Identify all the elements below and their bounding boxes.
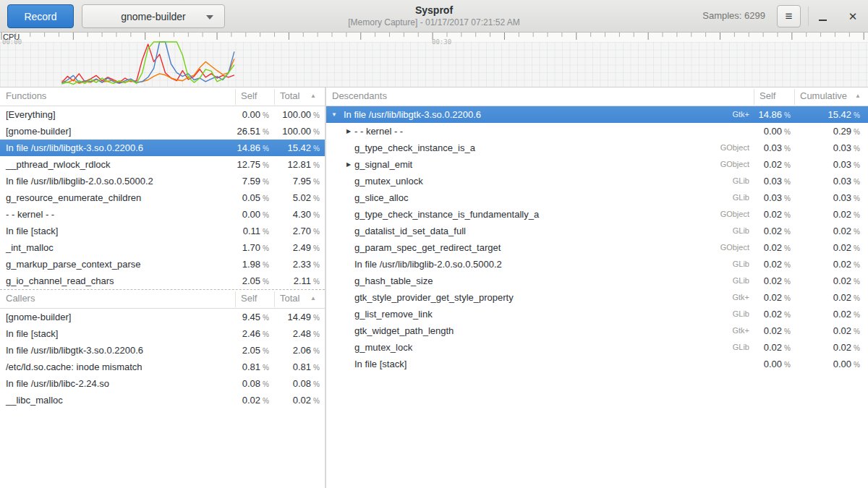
table-row[interactable]: In file [stack]0.11%2.70% bbox=[0, 223, 325, 239]
table-row[interactable]: [gnome-builder]9.45%14.49% bbox=[0, 309, 325, 325]
self-percent-value: 1.70 bbox=[242, 242, 260, 253]
self-percent: 0.08% bbox=[217, 375, 269, 393]
tree-row[interactable]: g_mutex_lockGLib0.02%0.02% bbox=[326, 339, 868, 356]
cumulative-column-title[interactable]: Cumulative bbox=[800, 90, 847, 101]
cumulative-percent: 0.02% bbox=[808, 339, 860, 356]
sort-ascending-icon: ▲ bbox=[855, 93, 861, 99]
percent-sign: % bbox=[313, 397, 320, 405]
tree-row[interactable]: g_datalist_id_set_data_fullGLib0.02%0.02… bbox=[326, 223, 868, 239]
self-percent-value: 0.00 bbox=[764, 359, 782, 369]
tree-row[interactable]: gtk_widget_path_lengthGtk+0.02%0.02% bbox=[326, 322, 868, 339]
tree-row[interactable]: ▶g_signal_emitGObject0.02%0.03% bbox=[326, 156, 868, 173]
column-separator[interactable] bbox=[235, 89, 236, 105]
tree-row[interactable]: In file [stack]0.00%0.00% bbox=[326, 356, 868, 372]
tree-row[interactable]: In file /usr/lib/libglib-2.0.so.0.5000.2… bbox=[326, 256, 868, 273]
self-percent: 2.05% bbox=[217, 273, 269, 290]
self-percent: 0.00% bbox=[217, 206, 269, 223]
column-separator[interactable] bbox=[235, 291, 236, 307]
function-name: In file /usr/lib/libglib-2.0.so.0.5000.2 bbox=[326, 256, 673, 273]
percent-sign: % bbox=[313, 178, 320, 186]
table-row[interactable]: __libc_malloc0.02%0.02% bbox=[0, 392, 325, 408]
column-separator[interactable] bbox=[274, 89, 275, 105]
function-name: In file [stack] bbox=[0, 325, 220, 342]
table-row[interactable]: /etc/ld.so.cache: inode mismatch0.81%0.8… bbox=[0, 359, 325, 375]
tree-row[interactable]: g_type_check_instance_is_fundamentally_a… bbox=[326, 206, 868, 223]
table-row[interactable]: - - kernel - -0.00%4.30% bbox=[0, 206, 325, 223]
table-row[interactable]: [gnome-builder]26.51%100.00% bbox=[0, 123, 325, 140]
callers-column-title[interactable]: Callers bbox=[6, 293, 35, 304]
total-percent: 7.95% bbox=[268, 173, 320, 190]
total-column-title[interactable]: Total bbox=[280, 90, 299, 101]
total-percent-value: 2.33 bbox=[293, 259, 311, 270]
total-percent: 100.00% bbox=[268, 106, 320, 124]
minimize-button[interactable] bbox=[812, 5, 833, 27]
table-row[interactable]: In file [stack]2.46%2.48% bbox=[0, 325, 325, 342]
self-percent-value: 14.86 bbox=[759, 109, 783, 120]
percent-sign: % bbox=[784, 344, 791, 352]
tree-row[interactable]: g_hash_table_sizeGLib0.02%0.02% bbox=[326, 273, 868, 289]
tree-row[interactable]: ▶- - kernel - -0.00%0.29% bbox=[326, 123, 868, 140]
minimize-icon bbox=[819, 20, 827, 21]
self-percent-value: 0.11 bbox=[243, 226, 260, 236]
tree-row[interactable]: g_param_spec_get_redirect_targetGObject0… bbox=[326, 239, 868, 256]
self-percent-value: 0.02 bbox=[764, 226, 782, 236]
self-column-title[interactable]: Self bbox=[241, 90, 257, 101]
percent-sign: % bbox=[854, 261, 860, 269]
table-row[interactable]: g_io_channel_read_chars2.05%2.11% bbox=[0, 273, 325, 289]
menu-button[interactable]: ≡ bbox=[777, 5, 801, 27]
tree-row[interactable]: ▼In file /usr/lib/libgtk-3.so.0.2200.6Gt… bbox=[326, 106, 868, 123]
column-separator[interactable] bbox=[754, 89, 754, 105]
tree-row[interactable]: g_list_remove_linkGLib0.02%0.02% bbox=[326, 306, 868, 322]
percent-sign: % bbox=[854, 344, 860, 352]
tree-row[interactable]: g_type_check_instance_is_aGObject0.03%0.… bbox=[326, 140, 868, 156]
self-column-title[interactable]: Self bbox=[241, 293, 257, 304]
table-row[interactable]: In file /usr/lib/libgtk-3.so.0.2200.62.0… bbox=[0, 342, 325, 359]
table-row[interactable]: In file /usr/lib/libc-2.24.so0.08%0.08% bbox=[0, 375, 325, 392]
column-separator[interactable] bbox=[794, 89, 795, 105]
table-row[interactable]: g_resource_enumerate_children0.05%5.02% bbox=[0, 189, 325, 206]
descendants-column-title[interactable]: Descendants bbox=[332, 90, 387, 101]
library-badge: GLib bbox=[673, 189, 749, 206]
table-row[interactable]: __pthread_rwlock_rdlock12.75%12.81% bbox=[0, 156, 325, 173]
record-button[interactable]: Record bbox=[7, 4, 74, 28]
callers-section: Callers Self Total ▲ [gnome-builder]9.45… bbox=[0, 289, 325, 408]
total-percent-value: 12.81 bbox=[288, 159, 312, 170]
tree-row[interactable]: g_mutex_unlockGLib0.03%0.03% bbox=[326, 173, 868, 189]
close-icon: ✕ bbox=[848, 10, 858, 23]
percent-sign: % bbox=[784, 128, 791, 136]
function-name: /etc/ld.so.cache: inode mismatch bbox=[0, 359, 220, 375]
percent-sign: % bbox=[784, 244, 791, 252]
functions-column-title[interactable]: Functions bbox=[6, 90, 46, 101]
cumulative-percent-value: 0.02 bbox=[833, 292, 851, 303]
self-percent: 0.02% bbox=[753, 306, 791, 323]
table-row[interactable]: In file /usr/lib/libgtk-3.so.0.2200.614.… bbox=[0, 140, 325, 156]
library-badge: Gtk+ bbox=[673, 322, 749, 339]
self-percent-value: 0.02 bbox=[764, 242, 782, 253]
function-name: In file /usr/lib/libgtk-3.so.0.2200.6 bbox=[326, 106, 673, 123]
column-separator[interactable] bbox=[274, 291, 275, 307]
cpu-graph-area[interactable]: CPU 00:00 00:30 bbox=[0, 33, 868, 87]
self-percent: 0.02% bbox=[753, 156, 791, 174]
percent-sign: % bbox=[784, 194, 791, 202]
process-selector-dropdown[interactable]: gnome-builder bbox=[82, 4, 225, 28]
self-percent-value: 0.02 bbox=[764, 325, 782, 336]
cumulative-percent-value: 0.29 bbox=[833, 126, 851, 137]
self-column-title[interactable]: Self bbox=[760, 90, 775, 101]
percent-sign: % bbox=[784, 361, 791, 369]
total-percent-value: 2.06 bbox=[293, 345, 311, 356]
table-row[interactable]: [Everything]0.00%100.00% bbox=[0, 106, 325, 123]
total-percent-value: 2.48 bbox=[293, 328, 311, 339]
tree-row[interactable]: g_slice_allocGLib0.03%0.03% bbox=[326, 189, 868, 206]
total-percent-value: 0.81 bbox=[293, 361, 311, 372]
self-percent: 7.59% bbox=[217, 173, 269, 190]
total-percent: 2.48% bbox=[268, 325, 320, 343]
self-percent-value: 0.05 bbox=[242, 192, 260, 203]
close-button[interactable]: ✕ bbox=[842, 5, 864, 27]
cumulative-percent-value: 0.02 bbox=[833, 342, 851, 353]
table-row[interactable]: _int_malloc1.70%2.49% bbox=[0, 239, 325, 256]
tree-row[interactable]: gtk_style_provider_get_style_propertyGtk… bbox=[326, 289, 868, 306]
self-percent-value: 0.00 bbox=[242, 109, 260, 120]
table-row[interactable]: g_markup_parse_context_parse1.98%2.33% bbox=[0, 256, 325, 273]
table-row[interactable]: In file /usr/lib/libglib-2.0.so.0.5000.2… bbox=[0, 173, 325, 189]
total-column-title[interactable]: Total bbox=[280, 293, 299, 304]
